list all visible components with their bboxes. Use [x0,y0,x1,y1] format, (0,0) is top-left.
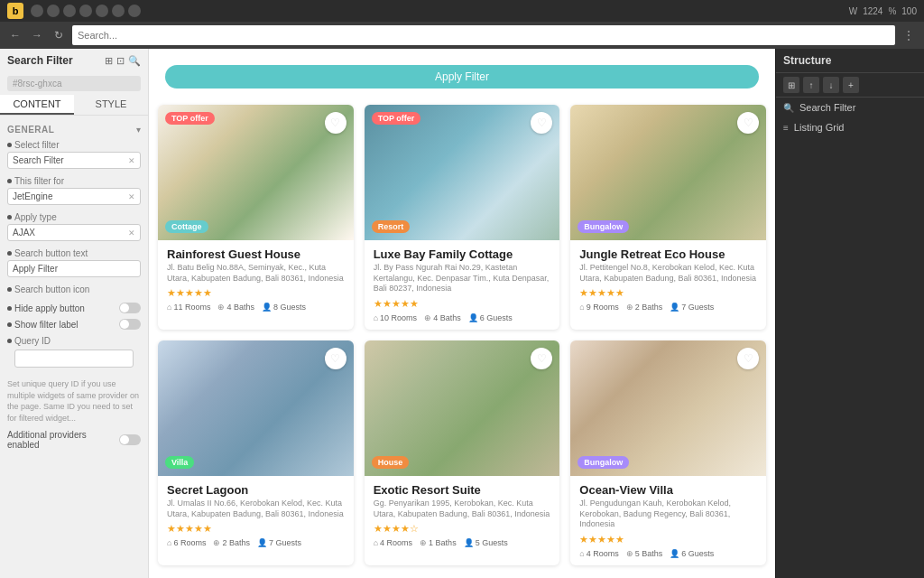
rp-item-search-filter[interactable]: 🔍 Search Filter [776,98,924,117]
this-filter-label: This filter for [7,176,141,186]
category-badge: Resort [372,220,411,233]
sidebar-header: Search Filter ⊞ ⊡ 🔍 [0,49,148,72]
card-address: Gg. Penyarikan 1995, Kerobokan, Kec. Kut… [374,499,551,519]
clear-apply-icon[interactable]: ✕ [128,228,135,238]
card-image: TOP offer Resort ♡ [365,105,560,240]
forward-icon[interactable]: → [29,27,45,43]
nav-dot-7[interactable] [128,5,141,17]
apply-filter-button[interactable]: Apply Filter [165,65,759,89]
nav-dot-6[interactable] [112,5,125,17]
right-panel-title: Structure [776,49,924,73]
card-body: Secret Lagoon Jl. Umalas II No.66, Kerob… [158,476,354,555]
home-icon: ⌂ [374,538,378,547]
card-features: ⌂ 9 Rooms ⊕ 2 Baths 👤 7 Guests [579,303,757,312]
rooms-feature: ⌂ 10 Rooms [374,313,417,322]
refresh-icon[interactable]: ↻ [51,27,67,43]
card-title: Rainforest Guest House [167,247,345,261]
main-layout: Search Filter ⊞ ⊡ 🔍 #8rsc-ghxca CONTENT … [0,49,924,578]
apply-type-input[interactable]: AJAX ✕ [7,224,141,241]
home-icon: ⌂ [579,549,584,558]
listing-grid-icon: ≡ [783,123,789,133]
search-filter-icon: 🔍 [783,103,794,113]
rooms-feature: ⌂ 4 Rooms [579,549,618,558]
heart-button[interactable]: ♡ [737,348,759,369]
address-bar [72,25,895,45]
heart-button[interactable]: ♡ [531,112,552,134]
rooms-feature: ⌂ 4 Rooms [374,538,412,547]
card-address: Jl. Pettitengel No.8, Kerobokan Kelod, K… [579,263,757,284]
nav-dot-4[interactable] [79,5,92,17]
select-filter-label: Select filter [7,140,141,150]
show-filter-label-toggle[interactable] [119,319,141,330]
heart-button[interactable]: ♡ [325,348,346,369]
rp-icon-2[interactable]: ↑ [803,77,819,93]
top-offer-badge: TOP offer [372,112,421,125]
apply-type-label: Apply type [7,212,141,222]
card-image: House ♡ [365,340,560,476]
nav-dots [31,5,141,17]
clear-icon[interactable]: ✕ [128,156,135,165]
card-body: Exotic Resort Suite Gg. Penyarikan 1995,… [365,476,560,555]
card-stars: ★★★★☆ [374,523,551,535]
rp-listing-grid-label: Listing Grid [794,122,845,133]
width-label: W [849,6,857,16]
listing-card: TOP offer Cottage ♡ Rainforest Guest Hou… [158,105,354,330]
this-filter-input[interactable]: JetEngine ✕ [7,188,141,205]
brand-logo: b [7,3,23,19]
additional-providers-toggle[interactable] [119,434,141,445]
guests-icon: 👤 [257,538,267,547]
card-address: Jl. By Pass Ngurah Rai No.29, Kastetan K… [374,263,551,294]
additional-providers-label: Additional providers enabled [7,430,119,450]
toggle-hide-apply: Hide apply button [0,300,148,316]
nav-dot-2[interactable] [47,5,60,17]
card-title: Ocean-View Villa [579,483,757,497]
heart-button[interactable]: ♡ [325,112,346,134]
category-badge: Bungalow [578,220,629,233]
nav-dot-1[interactable] [31,5,43,17]
card-features: ⌂ 10 Rooms ⊕ 4 Baths 👤 6 Guests [374,313,551,322]
hide-apply-label: Hide apply button [7,303,85,313]
card-body: Jungle Retreat Eco House Jl. Pettitengel… [570,240,766,319]
card-address: Jl. Pengudungan Kauh, Kerobokan Kelod, K… [579,499,757,530]
zoom-label: % [888,6,896,16]
baths-feature: ⊕ 2 Baths [626,303,663,312]
filter-id: #8rsc-ghxca [7,76,141,91]
address-input[interactable] [78,30,890,41]
nav-dot-3[interactable] [63,5,76,17]
toggle-show-filter-label: Show filter label [0,316,148,332]
card-body: Ocean-View Villa Jl. Pengudungan Kauh, K… [570,476,766,565]
rp-item-listing-grid[interactable]: ≡ Listing Grid [776,117,924,137]
query-id-input[interactable] [14,350,134,368]
guests-icon: 👤 [670,303,679,312]
rp-icon-4[interactable]: + [843,77,859,93]
more-icon[interactable]: ⋮ [901,27,917,43]
card-stars: ★★★★★ [167,523,345,535]
card-features: ⌂ 6 Rooms ⊕ 2 Baths 👤 7 Guests [167,538,345,547]
card-image: Bungalow ♡ [570,105,766,240]
listing-card: House ♡ Exotic Resort Suite Gg. Penyarik… [365,340,560,565]
heart-button[interactable]: ♡ [737,112,759,134]
baths-feature: ⊕ 1 Baths [420,538,457,547]
bath-icon: ⊕ [213,538,220,547]
tab-style[interactable]: STYLE [74,95,148,115]
clear-filter-icon[interactable]: ✕ [128,192,135,201]
tab-content[interactable]: CONTENT [0,95,74,115]
guests-feature: 👤 5 Guests [464,538,508,547]
select-filter-input[interactable]: Search Filter ✕ [7,152,141,169]
search-button-text-label: Search button text [7,248,141,258]
card-body: Rainforest Guest House Jl. Batu Belig No… [158,240,354,319]
sidebar-tabs: CONTENT STYLE [0,95,148,116]
sidebar-icon-2[interactable]: ⊡ [116,55,125,67]
search-button-text-input[interactable]: Apply Filter [7,260,141,277]
section-general-header[interactable]: GENERAL ▾ [0,119,148,136]
rp-icon-1[interactable]: ⊞ [783,77,799,93]
nav-dot-5[interactable] [96,5,108,17]
heart-button[interactable]: ♡ [531,348,552,369]
rp-icon-3[interactable]: ↓ [823,77,839,93]
field-search-button-icon: Search button icon [0,281,148,300]
search-icon[interactable]: 🔍 [128,55,141,67]
hide-apply-toggle[interactable] [119,303,141,313]
card-features: ⌂ 4 Rooms ⊕ 5 Baths 👤 6 Guests [579,549,757,558]
back-icon[interactable]: ← [7,27,23,43]
sidebar-icon-1[interactable]: ⊞ [105,55,113,67]
